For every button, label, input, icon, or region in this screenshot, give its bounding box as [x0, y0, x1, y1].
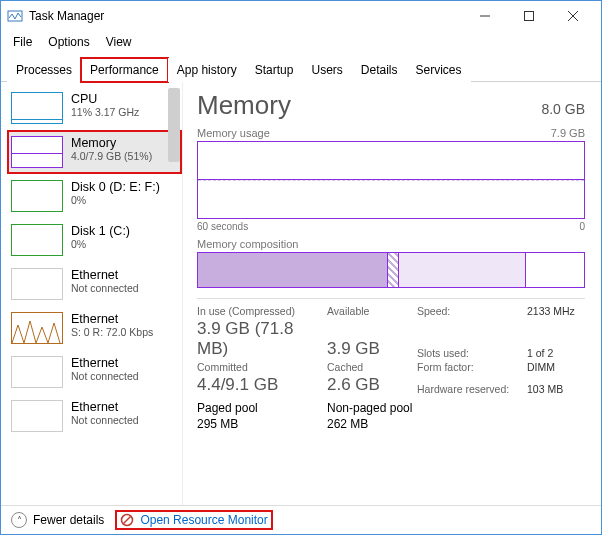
comp-label: Memory composition — [197, 238, 298, 250]
hw-label: Hardware reserved: — [417, 383, 527, 395]
ethernet-thumb-icon — [11, 312, 63, 344]
committed-value: 4.4/9.1 GB — [197, 375, 327, 395]
sidebar-item-label: Ethernet — [71, 268, 139, 282]
resource-monitor-icon — [120, 513, 134, 527]
speed-value: 2133 MHz — [527, 305, 587, 317]
stats-grid: In use (Compressed) Available Speed: 213… — [197, 305, 585, 395]
ethernet-thumb-icon — [11, 400, 63, 432]
app-icon — [7, 8, 23, 24]
sidebar-item-sub: 11% 3.17 GHz — [71, 106, 139, 118]
committed-label: Committed — [197, 361, 327, 373]
maximize-button[interactable] — [507, 2, 551, 30]
window-title: Task Manager — [29, 9, 104, 23]
slots-label: Slots used: — [417, 347, 527, 359]
slots-value: 1 of 2 — [527, 347, 587, 359]
sidebar-item-disk0[interactable]: Disk 0 (D: E: F:)0% — [7, 174, 182, 218]
available-label: Available — [327, 305, 417, 317]
open-resource-monitor-label: Open Resource Monitor — [140, 513, 267, 527]
menu-bar: File Options View — [1, 31, 601, 57]
ethernet-thumb-icon — [11, 268, 63, 300]
hw-value: 103 MB — [527, 383, 587, 395]
tab-services[interactable]: Services — [407, 58, 471, 82]
sidebar: CPU11% 3.17 GHz Memory4.0/7.9 GB (51%) D… — [1, 82, 183, 505]
tab-startup[interactable]: Startup — [246, 58, 303, 82]
form-value: DIMM — [527, 361, 587, 373]
disk-thumb-icon — [11, 224, 63, 256]
svg-line-6 — [124, 517, 131, 524]
footer: ˄ Fewer details Open Resource Monitor — [1, 505, 601, 534]
sidebar-item-sub: 0% — [71, 194, 160, 206]
usage-label: Memory usage — [197, 127, 270, 139]
tab-app-history[interactable]: App history — [168, 58, 246, 82]
in-use-label: In use (Compressed) — [197, 305, 327, 317]
sidebar-item-disk1[interactable]: Disk 1 (C:)0% — [7, 218, 182, 262]
cpu-thumb-icon — [11, 92, 63, 124]
sidebar-item-label: Disk 1 (C:) — [71, 224, 130, 238]
memory-composition-chart — [197, 252, 585, 288]
sidebar-item-sub: 0% — [71, 238, 130, 250]
cached-value: 2.6 GB — [327, 375, 417, 395]
page-title: Memory — [197, 90, 291, 121]
sidebar-item-label: Ethernet — [71, 312, 153, 326]
in-use-value: 3.9 GB (71.8 MB) — [197, 319, 327, 359]
sidebar-item-eth2[interactable]: EthernetNot connected — [7, 350, 182, 394]
minimize-button[interactable] — [463, 2, 507, 30]
form-label: Form factor: — [417, 361, 527, 373]
close-button[interactable] — [551, 2, 595, 30]
fewer-details-button[interactable]: ˄ Fewer details — [11, 512, 104, 528]
svg-rect-2 — [525, 12, 534, 21]
sidebar-item-cpu[interactable]: CPU11% 3.17 GHz — [7, 86, 182, 130]
nonpaged-label: Non-paged pool — [327, 401, 417, 415]
cached-label: Cached — [327, 361, 417, 373]
tab-details[interactable]: Details — [352, 58, 407, 82]
sidebar-item-sub: Not connected — [71, 370, 139, 382]
tab-processes[interactable]: Processes — [7, 58, 81, 82]
task-manager-window: Task Manager File Options View Processes… — [0, 0, 602, 535]
open-resource-monitor-link[interactable]: Open Resource Monitor — [118, 513, 269, 527]
sidebar-item-eth0[interactable]: EthernetNot connected — [7, 262, 182, 306]
speed-label: Speed: — [417, 305, 527, 317]
nonpaged-value: 262 MB — [327, 417, 417, 431]
sidebar-item-eth3[interactable]: EthernetNot connected — [7, 394, 182, 438]
menu-file[interactable]: File — [7, 33, 38, 51]
available-value: 3.9 GB — [327, 339, 417, 359]
sidebar-item-eth1[interactable]: EthernetS: 0 R: 72.0 Kbps — [7, 306, 182, 350]
ethernet-thumb-icon — [11, 356, 63, 388]
xaxis-right: 0 — [579, 221, 585, 232]
tab-users[interactable]: Users — [302, 58, 351, 82]
sidebar-item-sub: Not connected — [71, 414, 139, 426]
usage-max: 7.9 GB — [551, 127, 585, 139]
capacity-value: 8.0 GB — [541, 101, 585, 117]
detail-pane: Memory 8.0 GB Memory usage 7.9 GB 60 sec… — [183, 82, 601, 505]
memory-thumb-icon — [11, 136, 63, 168]
menu-view[interactable]: View — [100, 33, 138, 51]
chevron-up-icon: ˄ — [11, 512, 27, 528]
memory-usage-chart — [197, 141, 585, 219]
titlebar: Task Manager — [1, 1, 601, 31]
sidebar-item-memory[interactable]: Memory4.0/7.9 GB (51%) — [7, 130, 182, 174]
scrollbar-thumb[interactable] — [168, 88, 180, 162]
fewer-details-label: Fewer details — [33, 513, 104, 527]
paged-value: 295 MB — [197, 417, 327, 431]
sidebar-item-label: CPU — [71, 92, 139, 106]
tab-strip: Processes Performance App history Startu… — [1, 57, 601, 82]
disk-thumb-icon — [11, 180, 63, 212]
paged-label: Paged pool — [197, 401, 327, 415]
sidebar-item-sub: Not connected — [71, 282, 139, 294]
sidebar-item-label: Ethernet — [71, 400, 139, 414]
sidebar-item-label: Disk 0 (D: E: F:) — [71, 180, 160, 194]
tab-performance[interactable]: Performance — [81, 58, 168, 82]
menu-options[interactable]: Options — [42, 33, 95, 51]
xaxis-left: 60 seconds — [197, 221, 248, 232]
sidebar-item-label: Ethernet — [71, 356, 139, 370]
sidebar-item-sub: 4.0/7.9 GB (51%) — [71, 150, 152, 162]
sidebar-item-label: Memory — [71, 136, 152, 150]
sidebar-item-sub: S: 0 R: 72.0 Kbps — [71, 326, 153, 338]
